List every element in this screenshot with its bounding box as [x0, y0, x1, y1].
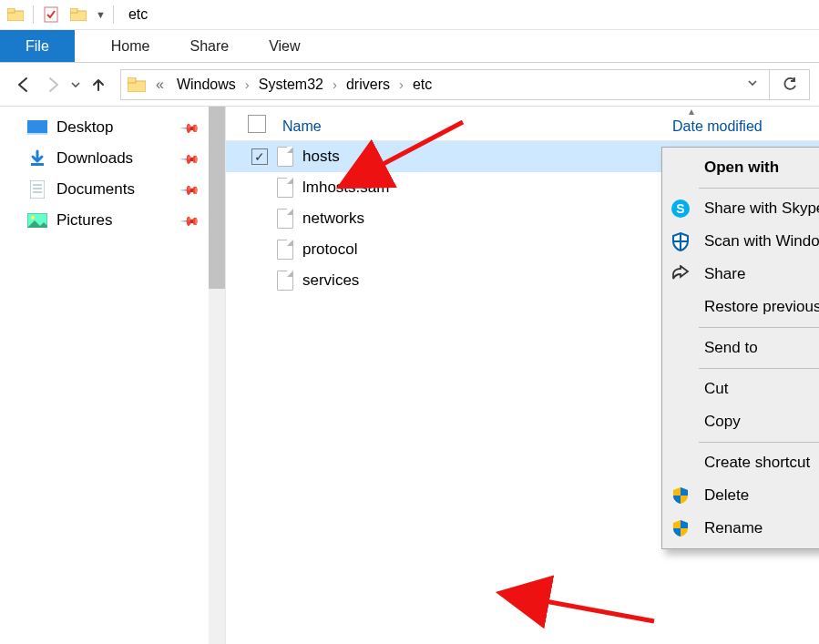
uac-shield-icon [668, 486, 693, 505]
sort-indicator-icon: ▴ [689, 105, 694, 118]
svg-rect-7 [27, 120, 47, 133]
breadcrumb-item[interactable]: Windows [173, 75, 240, 95]
file-icon [277, 271, 293, 291]
menu-separator [699, 327, 819, 328]
menu-share-skype[interactable]: S Share with Skype [664, 192, 819, 225]
pin-icon: 📌 [179, 148, 200, 169]
ribbon-tabs: File Home Share View [0, 30, 819, 63]
file-list: ▴ Name Date modified ✓hostslmhosts.samne… [226, 107, 819, 644]
menu-delete[interactable]: Delete [664, 479, 819, 512]
svg-text:S: S [676, 201, 684, 216]
qa-dropdown-icon[interactable]: ▼ [96, 9, 106, 20]
svg-rect-1 [7, 8, 15, 13]
menu-label: Share [702, 265, 745, 283]
breadcrumb-item[interactable]: System32 [255, 75, 327, 95]
titlebar: ▼ etc [0, 0, 819, 30]
breadcrumb-item[interactable]: drivers [343, 75, 394, 95]
tab-file[interactable]: File [0, 30, 75, 62]
breadcrumb-overflow[interactable]: « [152, 75, 168, 95]
shield-icon [668, 231, 693, 251]
download-icon [27, 149, 47, 168]
file-name: protocol [302, 240, 357, 259]
column-headers: ▴ Name Date modified [226, 107, 819, 141]
menu-scan-defender[interactable]: Scan with Windows Defender... [664, 225, 819, 258]
menu-cut[interactable]: Cut [664, 373, 819, 405]
folder-icon [127, 77, 147, 92]
breadcrumb-item[interactable]: etc [409, 75, 435, 95]
sidebar-item-label: Documents [56, 180, 135, 199]
menu-send-to[interactable]: Send to [664, 332, 819, 364]
toolbar: « Windows › System32 › drivers › etc [0, 63, 819, 107]
menu-label: Open with [702, 158, 779, 177]
context-menu: Open with S Share with Skype Scan with W… [661, 147, 819, 549]
up-button[interactable] [84, 70, 113, 99]
tab-view[interactable]: View [249, 30, 320, 62]
file-name: lmhosts.sam [302, 179, 389, 197]
menu-label: Create shortcut [702, 454, 810, 472]
menu-separator [699, 188, 819, 189]
sidebar-item-documents[interactable]: Documents 📌 [27, 174, 221, 205]
column-name[interactable]: Name [282, 118, 672, 135]
properties-icon[interactable] [41, 6, 61, 23]
menu-label: Cut [702, 380, 728, 398]
forward-button[interactable] [38, 70, 67, 99]
sidebar-item-downloads[interactable]: Downloads 📌 [27, 143, 221, 174]
sidebar-item-desktop[interactable]: Desktop 📌 [27, 112, 221, 143]
sidebar-item-label: Desktop [56, 118, 113, 137]
pin-icon: 📌 [179, 210, 200, 230]
sidebar-scrollbar[interactable] [209, 107, 225, 644]
address-dropdown-icon[interactable] [742, 77, 763, 92]
svg-point-15 [31, 216, 35, 220]
document-icon [27, 180, 47, 199]
menu-rename[interactable]: Rename [664, 512, 819, 545]
chevron-right-icon[interactable]: › [333, 77, 337, 92]
desktop-icon [27, 120, 47, 135]
separator [113, 5, 114, 24]
menu-label: Copy [702, 413, 741, 431]
menu-share[interactable]: Share [664, 258, 819, 291]
menu-open-with[interactable]: Open with [664, 151, 819, 184]
navigation-sidebar: Desktop 📌 Downloads 📌 Documents 📌 Pictur… [0, 107, 226, 644]
history-dropdown[interactable] [67, 70, 84, 99]
select-all-checkbox[interactable] [248, 115, 266, 133]
back-button[interactable] [9, 70, 38, 99]
menu-create-shortcut[interactable]: Create shortcut [664, 446, 819, 479]
folder-icon [5, 8, 26, 21]
menu-label: Share with Skype [702, 199, 819, 218]
menu-separator [699, 442, 819, 443]
sidebar-item-pictures[interactable]: Pictures 📌 [27, 205, 221, 236]
menu-label: Send to [702, 339, 758, 357]
file-icon [277, 178, 293, 198]
pin-icon: 📌 [179, 179, 200, 199]
menu-separator [699, 368, 819, 369]
separator [33, 5, 34, 24]
file-name: hosts [302, 148, 340, 166]
file-name: services [302, 271, 359, 290]
address-bar[interactable]: « Windows › System32 › drivers › etc [120, 69, 770, 100]
chevron-right-icon[interactable]: › [245, 77, 250, 92]
menu-label: Scan with Windows Defender... [702, 232, 819, 250]
sidebar-item-label: Pictures [56, 211, 112, 230]
tab-home[interactable]: Home [91, 30, 170, 62]
svg-rect-6 [128, 77, 136, 83]
menu-label: Rename [702, 519, 763, 537]
refresh-button[interactable] [770, 69, 810, 100]
svg-rect-8 [27, 133, 47, 135]
column-date[interactable]: Date modified [672, 118, 763, 135]
pin-icon: 📌 [179, 117, 200, 138]
chevron-right-icon[interactable]: › [399, 77, 404, 92]
annotation-arrow [527, 589, 663, 638]
menu-restore[interactable]: Restore previous versions [664, 291, 819, 323]
tab-share[interactable]: Share [169, 30, 249, 62]
skype-icon: S [668, 199, 693, 219]
file-icon [277, 147, 293, 167]
svg-rect-10 [30, 180, 45, 199]
share-icon [668, 265, 693, 283]
file-name: networks [302, 210, 364, 228]
svg-rect-9 [31, 163, 44, 166]
row-checkbox[interactable]: ✓ [251, 148, 268, 165]
file-icon [277, 240, 293, 260]
menu-copy[interactable]: Copy [664, 405, 819, 438]
folder-icon-small[interactable] [68, 8, 88, 21]
uac-shield-icon [668, 519, 693, 537]
